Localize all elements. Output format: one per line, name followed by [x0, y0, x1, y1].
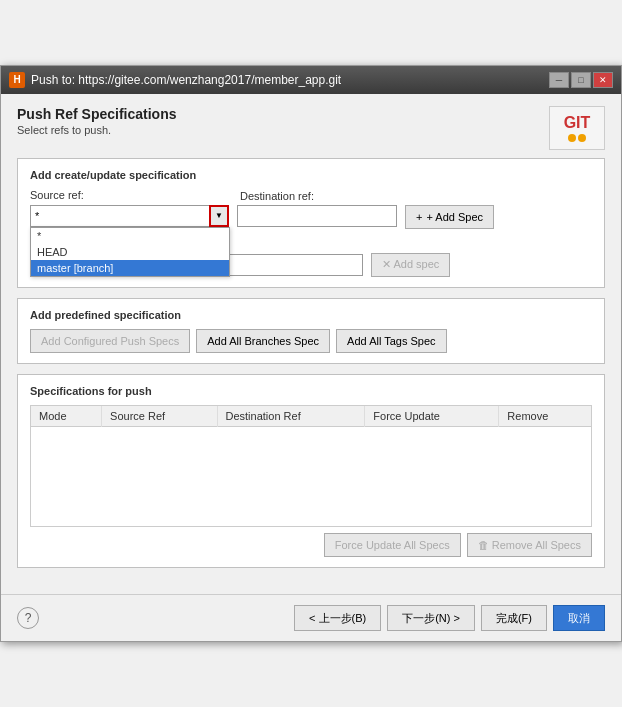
create-update-section: Add create/update specification Source r… [17, 158, 605, 288]
title-bar-left: H Push to: https://gitee.com/wenzhang201… [9, 72, 341, 88]
add-spec-delete-button[interactable]: ✕ Add spec [371, 253, 450, 277]
git-logo: GIT [549, 106, 605, 150]
add-spec-label: + Add Spec [426, 211, 483, 223]
add-all-tags-spec-button[interactable]: Add All Tags Spec [336, 329, 446, 353]
add-configured-label: Add Configured Push Specs [41, 335, 179, 347]
specs-table-body [31, 426, 591, 526]
col-remove: Remove [499, 406, 591, 427]
source-ref-label: Source ref: [30, 189, 232, 201]
close-button[interactable]: ✕ [593, 72, 613, 88]
app-icon: H [9, 72, 25, 88]
col-dest-ref: Destination Ref [217, 406, 365, 427]
dest-ref-label: Destination ref: [240, 190, 314, 202]
header-text: Push Ref Specifications Select refs to p… [17, 106, 176, 136]
title-bar: H Push to: https://gitee.com/wenzhang201… [1, 66, 621, 94]
main-content: Push Ref Specifications Select refs to p… [1, 94, 621, 595]
col-mode: Mode [31, 406, 102, 427]
specs-table-header: Mode Source Ref Destination Ref Force Up… [31, 406, 591, 427]
maximize-button[interactable]: □ [571, 72, 591, 88]
dropdown-item-head[interactable]: HEAD [31, 244, 229, 260]
header-row: Mode Source Ref Destination Ref Force Up… [31, 406, 591, 427]
dropdown-item-master[interactable]: master [branch] [31, 260, 229, 276]
git-logo-text: GIT [564, 114, 591, 132]
finish-button[interactable]: 完成(F) [481, 605, 547, 631]
help-icon: ? [25, 611, 32, 625]
add-branches-label: Add All Branches Spec [207, 335, 319, 347]
cancel-button[interactable]: 取消 [553, 605, 605, 631]
add-configured-push-specs-button[interactable]: Add Configured Push Specs [30, 329, 190, 353]
page-subtitle: Select refs to push. [17, 124, 176, 136]
create-update-title: Add create/update specification [30, 169, 592, 181]
col-source-ref: Source Ref [102, 406, 217, 427]
title-bar-controls: ─ □ ✕ [549, 72, 613, 88]
remove-all-specs-button[interactable]: 🗑 Remove All Specs [467, 533, 592, 557]
remove-all-label: 🗑 Remove All Specs [478, 539, 581, 551]
predefined-buttons: Add Configured Push Specs Add All Branch… [30, 329, 592, 353]
specs-table-container: Mode Source Ref Destination Ref Force Up… [30, 405, 592, 528]
add-all-branches-spec-button[interactable]: Add All Branches Spec [196, 329, 330, 353]
main-window: H Push to: https://gitee.com/wenzhang201… [0, 65, 622, 643]
git-circle-2 [578, 134, 586, 142]
dest-ref-container [237, 205, 397, 227]
source-dropdown-list: * HEAD master [branch] [30, 227, 230, 277]
specs-table: Mode Source Ref Destination Ref Force Up… [31, 406, 591, 527]
predefined-title: Add predefined specification [30, 309, 592, 321]
dropdown-item-star[interactable]: * [31, 228, 229, 244]
minimize-button[interactable]: ─ [549, 72, 569, 88]
add-spec-delete-label: ✕ Add spec [382, 258, 439, 271]
field-labels: Source ref: Destination ref: [30, 189, 592, 203]
specs-title: Specifications for push [30, 385, 592, 397]
add-tags-label: Add All Tags Spec [347, 335, 435, 347]
spec-inputs-row: ▼ * HEAD master [branch] [30, 205, 592, 229]
source-dropdown-button[interactable]: ▼ [209, 205, 229, 227]
source-input-wrap: ▼ [30, 205, 229, 227]
git-circle-1 [568, 134, 576, 142]
force-update-all-specs-button[interactable]: Force Update All Specs [324, 533, 461, 557]
page-title: Push Ref Specifications [17, 106, 176, 122]
force-update-label: Force Update All Specs [335, 539, 450, 551]
add-spec-button[interactable]: + + Add Spec [405, 205, 494, 229]
empty-row [31, 426, 591, 526]
window-title: Push to: https://gitee.com/wenzhang2017/… [31, 73, 341, 87]
specs-section: Specifications for push Mode Source Ref … [17, 374, 605, 569]
source-ref-input[interactable] [30, 205, 210, 227]
add-spec-icon: + [416, 211, 422, 223]
predefined-section: Add predefined specification Add Configu… [17, 298, 605, 364]
dest-ref-select[interactable] [237, 205, 397, 227]
footer-nav-buttons: < 上一步(B) 下一步(N) > 完成(F) 取消 [294, 605, 605, 631]
help-button[interactable]: ? [17, 607, 39, 629]
page-header: Push Ref Specifications Select refs to p… [17, 106, 605, 150]
source-ref-container: ▼ * HEAD master [branch] [30, 205, 229, 227]
git-logo-decoration [564, 134, 591, 142]
col-force-update: Force Update [365, 406, 499, 427]
footer: ? < 上一步(B) 下一步(N) > 完成(F) 取消 [1, 594, 621, 641]
next-button[interactable]: 下一步(N) > [387, 605, 475, 631]
back-button[interactable]: < 上一步(B) [294, 605, 381, 631]
bottom-action-buttons: Force Update All Specs 🗑 Remove All Spec… [30, 533, 592, 557]
